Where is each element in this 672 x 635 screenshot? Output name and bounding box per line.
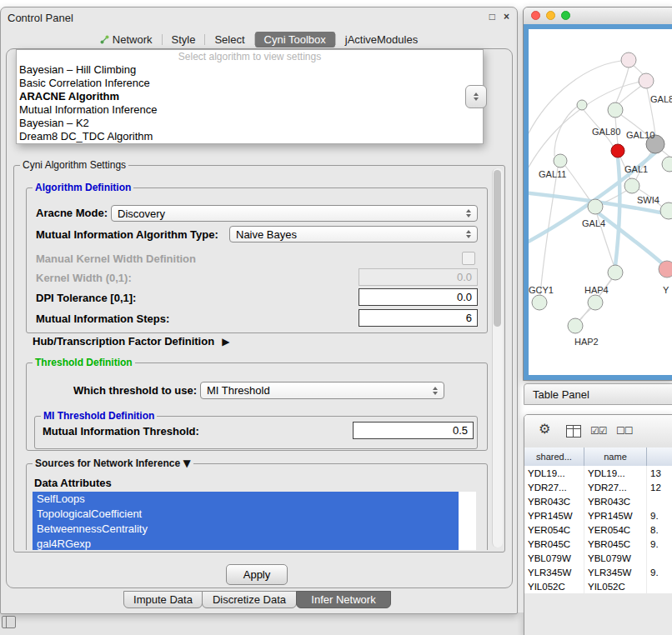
expand-arrow-icon[interactable]: ▶	[222, 336, 229, 348]
mi-threshold-label: Mutual Information Threshold:	[43, 425, 199, 438]
aracne-mode-value: Discovery	[118, 208, 165, 220]
tab-jactivemodules[interactable]: jActiveModules	[336, 32, 427, 48]
node-pink[interactable]	[659, 261, 672, 278]
tab-discretize-data[interactable]: Discretize Data	[202, 591, 297, 608]
network-icon	[100, 35, 109, 44]
algorithm-option[interactable]: Bayesian – K2	[17, 117, 483, 130]
tab-label: Style	[172, 33, 196, 46]
which-threshold-value: MI Threshold	[207, 384, 270, 397]
dropdown-placeholder: Select algorithm to view settings	[17, 51, 483, 63]
network-edges-thin	[529, 60, 669, 320]
table-row[interactable]: YBR045C YBR045C 9.	[524, 537, 672, 551]
kernel-width-input[interactable]: 0.0	[359, 268, 478, 286]
apply-button[interactable]: Apply	[226, 564, 288, 585]
table-toolbar: ⚙ ☑☑ ☐☐	[524, 415, 672, 448]
tab-label: jActiveModules	[345, 33, 418, 46]
attribute-item-selected[interactable]: TopologicalCoefficient	[33, 507, 459, 522]
algorithm-option[interactable]: Bayesian – Hill Climbing	[17, 63, 483, 77]
algorithm-option-selected[interactable]: ARACNE Algorithm	[17, 90, 483, 103]
window-title: Control Panel	[8, 12, 73, 24]
tab-label: Cyni Toolbox	[264, 33, 326, 46]
hub-definition-label: Hub/Transcription Factor Definition	[33, 335, 214, 348]
node-labels: GAL8 GAL80 GAL10 GAL11 GAL1 SWI4 GAL4 GC…	[529, 94, 672, 347]
table-panel-title: Table Panel	[533, 388, 589, 401]
tab-select[interactable]: Select	[205, 32, 253, 48]
which-threshold-label: Which threshold to use:	[73, 384, 197, 397]
hub-definition-toggle[interactable]: Hub/Transcription Factor Definition ▶	[33, 335, 229, 348]
algorithm-option[interactable]: Mutual Information Inference	[17, 103, 483, 117]
tab-impute-data[interactable]: Impute Data	[123, 591, 203, 608]
column-header-name[interactable]: name	[584, 448, 647, 466]
tab-cyni-toolbox[interactable]: Cyni Toolbox	[255, 32, 335, 48]
dpi-tolerance-label: DPI Tolerance [0,1]:	[36, 292, 136, 304]
network-canvas[interactable]: GAL8 GAL80 GAL10 GAL11 GAL1 SWI4 GAL4 GC…	[529, 29, 672, 375]
table-row[interactable]: YPR145W YPR145W 9.	[524, 508, 672, 522]
algorithm-definition-title: Algorithm Definition	[33, 182, 133, 193]
table-row[interactable]: YBL079W YBL079W	[524, 551, 672, 565]
svg-text:HAP4: HAP4	[584, 285, 609, 295]
algorithm-dropdown-popup: Select algorithm to view settings Bayesi…	[16, 49, 484, 144]
svg-text:GAL10: GAL10	[626, 130, 654, 140]
dpi-tolerance-input[interactable]: 0.0	[359, 288, 478, 306]
table-row[interactable]: YBR043C YBR043C	[524, 494, 672, 508]
table-row[interactable]: YDL19... YDL19... 13	[524, 466, 672, 480]
which-threshold-select[interactable]: MI Threshold	[200, 382, 444, 399]
manual-kernel-checkbox[interactable]	[462, 252, 475, 265]
algorithm-combobox[interactable]	[465, 85, 487, 108]
network-window-titlebar[interactable]	[524, 8, 672, 25]
column-header-shared-name[interactable]: shared...	[524, 448, 584, 466]
float-window-button[interactable]: □	[489, 11, 495, 22]
data-attributes-label: Data Attributes	[34, 477, 112, 489]
select-all-columns-icon[interactable]: ☑☑	[590, 425, 607, 437]
svg-text:SWI4: SWI4	[637, 195, 659, 205]
collapse-arrow-icon[interactable]: ▼	[183, 458, 190, 469]
control-panel-window: Control Panel □ × Network Style Select	[0, 7, 518, 614]
network-view-window: GAL8 GAL80 GAL10 GAL11 GAL1 SWI4 GAL4 GC…	[523, 7, 672, 381]
table-row[interactable]: YIL052C YIL052C	[524, 579, 672, 593]
node-gal10-selected[interactable]	[611, 144, 624, 158]
mi-steps-input[interactable]: 6	[359, 309, 478, 327]
scrollbar-thumb[interactable]	[494, 170, 501, 327]
kernel-width-label: Kernel Width (0,1):	[36, 272, 132, 284]
close-window-button[interactable]: ×	[504, 11, 509, 22]
table-panel-window: ⚙ ☑☑ ☐☐ shared... name YDL19... YDL19...…	[524, 414, 672, 635]
manual-kernel-label: Manual Kernel Width Definition	[36, 252, 196, 265]
data-attributes-list[interactable]: SelfLoops TopologicalCoefficient Between…	[33, 492, 476, 550]
mi-threshold-input[interactable]: 0.5	[353, 422, 474, 439]
sources-group-title: Sources for Network Inference ▼	[33, 458, 193, 469]
combo-arrows-icon	[466, 209, 471, 218]
mi-steps-label: Mutual Information Steps:	[36, 312, 169, 325]
show-columns-icon[interactable]	[566, 425, 581, 438]
tab-infer-network[interactable]: Infer Network	[296, 591, 391, 608]
settings-scrollbar[interactable]	[492, 168, 503, 548]
desktop: Control Panel □ × Network Style Select	[0, 0, 672, 635]
gear-icon[interactable]: ⚙	[539, 421, 550, 437]
table-row[interactable]: YDR27... YDR27... 12	[524, 480, 672, 494]
tab-network[interactable]: Network	[91, 32, 162, 48]
table-row[interactable]: YLR345W YLR345W 9.	[524, 565, 672, 579]
attribute-item-selected[interactable]: SelfLoops	[33, 492, 459, 507]
zoom-traffic-light[interactable]	[561, 11, 570, 20]
table-rows: YDL19... YDL19... 13 YDR27... YDR27... 1…	[524, 466, 672, 593]
table-column-headers: shared... name	[524, 448, 672, 467]
cyni-algorithm-settings-group: Cyni Algorithm Settings Algorithm Defini…	[13, 165, 505, 552]
attribute-item-selected[interactable]: BetweennessCentrality	[33, 522, 459, 537]
minimize-traffic-light[interactable]	[546, 11, 555, 20]
deselect-all-columns-icon[interactable]: ☐☐	[616, 425, 633, 437]
attribute-item-selected[interactable]: gal4RGexp	[33, 537, 459, 550]
table-row[interactable]: YER054C YER054C 8.	[524, 522, 672, 537]
restore-panel-icon[interactable]	[2, 616, 16, 628]
svg-text:HAP2: HAP2	[574, 337, 599, 347]
aracne-mode-select[interactable]: Discovery	[111, 205, 478, 222]
algorithm-option[interactable]: Basic Correlation Inference	[17, 77, 483, 90]
mi-type-select[interactable]: Naive Bayes	[229, 226, 478, 242]
tab-style[interactable]: Style	[163, 32, 205, 48]
network-nodes-pink-pale[interactable]	[621, 52, 654, 88]
tab-label: Network	[113, 33, 153, 46]
column-header-extra[interactable]	[647, 448, 672, 466]
mi-threshold-group-title: MI Threshold Definition	[41, 410, 157, 422]
close-traffic-light[interactable]	[531, 11, 540, 20]
mi-type-label: Mutual Information Algorithm Type:	[36, 228, 218, 241]
algorithm-option[interactable]: Dream8 DC_TDC Algorithm	[17, 130, 483, 143]
svg-text:GAL11: GAL11	[539, 169, 566, 179]
